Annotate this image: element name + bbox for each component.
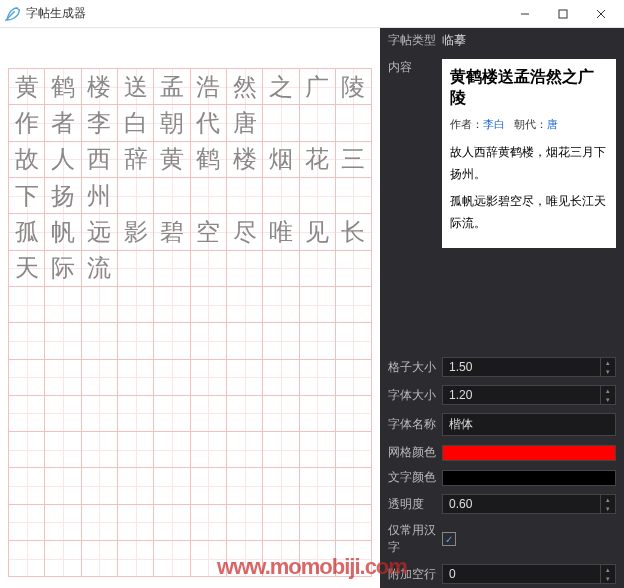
- grid-cell: [227, 505, 263, 541]
- era-link[interactable]: 唐: [547, 118, 558, 130]
- grid-cell: [82, 396, 118, 432]
- poem-line: 孤帆远影碧空尽，唯见长江天际流。: [450, 191, 608, 234]
- grid-cell: [227, 178, 263, 214]
- grid-cell: [227, 396, 263, 432]
- grid-cell: [300, 323, 336, 359]
- grid-cell: 者: [45, 105, 81, 141]
- maximize-button[interactable]: [544, 0, 582, 28]
- grid-cell: 流: [82, 251, 118, 287]
- grid-cell: 碧: [154, 214, 190, 250]
- author-link[interactable]: 李白: [483, 118, 505, 130]
- grid-cell: [263, 323, 299, 359]
- grid-cell: [191, 251, 227, 287]
- grid-cell: [9, 541, 45, 577]
- font-size-stepper[interactable]: 1.20▴▾: [442, 385, 616, 405]
- grid-cell: [263, 287, 299, 323]
- extra-line-stepper[interactable]: 0▴▾: [442, 564, 616, 584]
- grid-cell: 际: [45, 251, 81, 287]
- grid-cell: [227, 251, 263, 287]
- grid-cell: 黄: [154, 142, 190, 178]
- grid-cell: [154, 178, 190, 214]
- grid-cell: [300, 360, 336, 396]
- content-editor[interactable]: 黄鹤楼送孟浩然之广陵 作者：李白 朝代：唐 故人西辞黄鹤楼，烟花三月下扬州。 孤…: [442, 59, 616, 248]
- grid-cell: [227, 432, 263, 468]
- grid-cell: [227, 468, 263, 504]
- grid-cell: [82, 360, 118, 396]
- grid-cell: [9, 432, 45, 468]
- grid-cell: [118, 178, 154, 214]
- grid-cell: [45, 360, 81, 396]
- grid-cell: [300, 105, 336, 141]
- type-select[interactable]: 临摹: [442, 32, 616, 49]
- poem-meta: 作者：李白 朝代：唐: [450, 117, 608, 132]
- grid-cell: 鹤: [191, 142, 227, 178]
- grid-cell: [300, 178, 336, 214]
- hanzi-only-checkbox[interactable]: ✓: [442, 532, 456, 546]
- grid-cell: [263, 541, 299, 577]
- grid-cell: [263, 505, 299, 541]
- extra-line-label: 附加空行: [388, 566, 442, 583]
- text-color-picker[interactable]: [442, 470, 616, 486]
- opacity-label: 透明度: [388, 496, 442, 513]
- grid-cell: 天: [9, 251, 45, 287]
- grid-cell: [118, 287, 154, 323]
- grid-cell: 唯: [263, 214, 299, 250]
- grid-cell: [191, 287, 227, 323]
- grid-cell: 楼: [82, 69, 118, 105]
- grid-cell: 扬: [45, 178, 81, 214]
- grid-cell: [82, 432, 118, 468]
- grid-cell: [300, 396, 336, 432]
- grid-cell: [227, 323, 263, 359]
- content-label: 内容: [388, 59, 442, 76]
- grid-cell: 唐: [227, 105, 263, 141]
- grid-cell: 花: [300, 142, 336, 178]
- grid-size-stepper[interactable]: 1.50▴▾: [442, 357, 616, 377]
- grid-cell: [154, 396, 190, 432]
- grid-cell: [336, 432, 372, 468]
- minimize-button[interactable]: [506, 0, 544, 28]
- grid-cell: [227, 360, 263, 396]
- grid-cell: [300, 287, 336, 323]
- grid-cell: [118, 360, 154, 396]
- window-title: 字帖生成器: [26, 5, 86, 22]
- font-name-input[interactable]: 楷体: [442, 413, 616, 436]
- grid-cell: [191, 432, 227, 468]
- grid-cell: [45, 432, 81, 468]
- grid-cell: [191, 505, 227, 541]
- grid-cell: 之: [263, 69, 299, 105]
- grid-cell: [191, 541, 227, 577]
- grid-cell: 见: [300, 214, 336, 250]
- grid-cell: [227, 287, 263, 323]
- grid-cell: 楼: [227, 142, 263, 178]
- grid-cell: [82, 541, 118, 577]
- grid-cell: [300, 541, 336, 577]
- grid-cell: [118, 505, 154, 541]
- grid-cell: [154, 432, 190, 468]
- grid-cell: [336, 287, 372, 323]
- grid-cell: [336, 251, 372, 287]
- grid-cell: 代: [191, 105, 227, 141]
- grid-cell: [336, 323, 372, 359]
- grid-cell: [118, 251, 154, 287]
- grid-cell: [9, 468, 45, 504]
- grid-cell: [154, 323, 190, 359]
- copybook-preview: 黄鹤楼送孟浩然之广陵作者李白朝代唐故人西辞黄鹤楼烟花三下扬州孤帆远影碧空尽唯见长…: [0, 28, 380, 588]
- grid-cell: 广: [300, 69, 336, 105]
- title-bar: 字帖生成器: [0, 0, 624, 28]
- grid-cell: [118, 323, 154, 359]
- type-label: 字帖类型: [388, 32, 442, 49]
- grid-cell: 州: [82, 178, 118, 214]
- close-button[interactable]: [582, 0, 620, 28]
- grid-cell: 鹤: [45, 69, 81, 105]
- grid-cell: 远: [82, 214, 118, 250]
- grid-cell: [191, 396, 227, 432]
- grid-color-picker[interactable]: [442, 445, 616, 461]
- grid-cell: 空: [191, 214, 227, 250]
- grid-cell: [9, 360, 45, 396]
- opacity-stepper[interactable]: 0.60▴▾: [442, 494, 616, 514]
- app-icon: [4, 6, 20, 22]
- grid-cell: 烟: [263, 142, 299, 178]
- grid-cell: 送: [118, 69, 154, 105]
- grid-cell: 人: [45, 142, 81, 178]
- grid-cell: [336, 105, 372, 141]
